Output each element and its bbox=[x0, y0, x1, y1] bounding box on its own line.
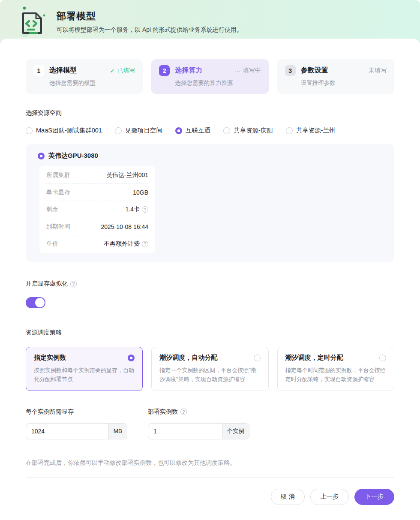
step-2-title: 选择算力 bbox=[175, 66, 202, 75]
memory-input-group: MB bbox=[26, 423, 127, 439]
check-icon: ✓ bbox=[110, 67, 115, 74]
strategy-title: 潮汐调度，定时分配 bbox=[285, 354, 343, 362]
step-1-number: 1 bbox=[33, 65, 44, 76]
gpu-row-expiry: 到期时间 2025-10-08 16:44 bbox=[46, 218, 148, 235]
step-1-title: 选择模型 bbox=[49, 66, 77, 75]
memory-unit: MB bbox=[108, 424, 127, 439]
strategy-card-tidal-scheduled[interactable]: 潮汐调度，定时分配 指定每个时间范围的实例数，平台会按照定时分配策略，实现自动资… bbox=[277, 347, 394, 391]
ellipsis-icon: ⋯ bbox=[235, 67, 241, 74]
radio-icon[interactable] bbox=[26, 127, 33, 134]
radio-icon-selected[interactable] bbox=[38, 153, 45, 159]
cancel-button[interactable]: 取 消 bbox=[271, 489, 305, 505]
radio-icon[interactable] bbox=[115, 127, 122, 134]
radio-icon[interactable] bbox=[379, 355, 386, 361]
page-subtitle: 可以将模型部署为一个服务，以 Api 的形式提供给业务系统进行使用。 bbox=[57, 26, 243, 34]
instances-input-block: 部署实例数 ? 个实例 bbox=[148, 408, 249, 439]
deploy-note: 在部署完成后，你依然可以手动修改部署实例数，也可以修改为其他调度策略。 bbox=[26, 459, 394, 467]
step-3-parameters[interactable]: 3 参数设置 未填写 设置推理参数 bbox=[277, 59, 394, 94]
next-step-button[interactable]: 下一步 bbox=[354, 489, 395, 505]
strategy-desc: 指定一个实例数的区间，平台会按照"潮汐调度"策略，实现自动资源扩缩容 bbox=[159, 366, 260, 384]
radio-icon[interactable] bbox=[223, 127, 230, 134]
step-3-status: 未填写 bbox=[369, 67, 387, 75]
gpu-row-memory: 单卡显存 10GB bbox=[46, 184, 148, 201]
deploy-inputs: 每个实例所需显存 MB 部署实例数 ? 个实例 bbox=[26, 408, 394, 439]
resource-space-label: 选择资源空间 bbox=[26, 109, 394, 117]
gpu-card-header[interactable]: 英伟达GPU-3080 bbox=[33, 152, 387, 160]
virtualization-toggle[interactable] bbox=[26, 297, 45, 308]
memory-input-block: 每个实例所需显存 MB bbox=[26, 408, 127, 439]
help-icon[interactable]: ? bbox=[142, 206, 148, 213]
toggle-knob bbox=[35, 298, 45, 307]
gpu-resource-card: 英伟达GPU-3080 所属集群 英伟达-兰州001 单卡显存 10GB 剩余 … bbox=[26, 144, 394, 262]
prev-step-button[interactable]: 上一步 bbox=[310, 489, 349, 505]
strategy-desc: 指定每个时间范围的实例数，平台会按照定时分配策略，实现自动资源扩缩容 bbox=[285, 366, 386, 384]
header-text: 部署模型 可以将模型部署为一个服务，以 Api 的形式提供给业务系统进行使用。 bbox=[57, 10, 243, 34]
radio-interconnect[interactable]: 互联互通 bbox=[175, 126, 210, 135]
step-1-select-model[interactable]: 1 选择模型 ✓ 已填写 选择您需要的模型 bbox=[26, 59, 143, 94]
radio-icon[interactable] bbox=[286, 127, 293, 134]
gpu-row-cluster: 所属集群 英伟达-兰州001 bbox=[46, 167, 148, 184]
strategy-card-fixed-instances[interactable]: 指定实例数 按照实例数和每个实例需要的显存，自动化分配部署节点 bbox=[26, 347, 143, 391]
step-3-number: 3 bbox=[285, 65, 296, 76]
content-panel: 1 选择模型 ✓ 已填写 选择您需要的模型 2 选择算力 ⋯ 填写中 bbox=[0, 39, 420, 505]
strategy-desc: 按照实例数和每个实例需要的显存，自动化分配部署节点 bbox=[34, 366, 135, 384]
instances-input-group: 个实例 bbox=[148, 423, 249, 439]
step-2-number: 2 bbox=[159, 65, 170, 76]
radio-maas-cluster[interactable]: MaaS团队-测试集群001 bbox=[26, 126, 102, 135]
resource-space-options: MaaS团队-测试集群001 见微项目空间 互联互通 共享资源-庆阳 共享资源-… bbox=[26, 126, 394, 135]
step-3-title: 参数设置 bbox=[301, 66, 328, 75]
strategy-cards: 指定实例数 按照实例数和每个实例需要的显存，自动化分配部署节点 潮汐调度，自动分… bbox=[26, 347, 394, 391]
step-2-select-compute[interactable]: 2 选择算力 ⋯ 填写中 选择您需要的算力资源 bbox=[151, 59, 268, 94]
instances-unit: 个实例 bbox=[222, 424, 249, 439]
step-2-desc: 选择您需要的算力资源 bbox=[175, 79, 261, 87]
strategy-title: 指定实例数 bbox=[34, 354, 66, 362]
step-2-status: ⋯ 填写中 bbox=[235, 67, 261, 75]
instances-label: 部署实例数 bbox=[148, 408, 178, 416]
step-indicator: 1 选择模型 ✓ 已填写 选择您需要的模型 2 选择算力 ⋯ 填写中 bbox=[26, 59, 394, 94]
radio-icon-selected[interactable] bbox=[128, 355, 135, 361]
gpu-row-price: 单价 不再额外计费 ? bbox=[46, 235, 148, 252]
virtualization-label: 开启显存虚拟化 bbox=[26, 280, 68, 288]
gpu-name: 英伟达GPU-3080 bbox=[48, 152, 98, 160]
radio-shared-lanzhou[interactable]: 共享资源-兰州 bbox=[286, 126, 336, 135]
help-icon[interactable]: ? bbox=[180, 409, 187, 415]
help-icon[interactable]: ? bbox=[70, 281, 77, 287]
footer-divider bbox=[26, 477, 394, 478]
step-1-desc: 选择您需要的模型 bbox=[49, 79, 135, 87]
virtualization-label-row: 开启显存虚拟化 ? bbox=[26, 280, 394, 288]
deploy-model-page: 部署模型 可以将模型部署为一个服务，以 Api 的形式提供给业务系统进行使用。 … bbox=[0, 0, 420, 520]
instances-input[interactable] bbox=[148, 424, 222, 439]
gpu-row-remaining: 剩余 1.4卡 ? bbox=[46, 201, 148, 218]
memory-input[interactable] bbox=[26, 424, 108, 439]
instances-label-row: 部署实例数 ? bbox=[148, 408, 249, 416]
radio-jianwei-space[interactable]: 见微项目空间 bbox=[115, 126, 162, 135]
strategy-title: 潮汐调度，自动分配 bbox=[159, 354, 217, 362]
page-title: 部署模型 bbox=[57, 10, 243, 23]
footer-actions: 取 消 上一步 下一步 bbox=[26, 489, 394, 505]
gpu-detail-table: 所属集群 英伟达-兰州001 单卡显存 10GB 剩余 1.4卡 ? 到期时间 bbox=[39, 166, 155, 253]
help-icon[interactable]: ? bbox=[142, 241, 148, 247]
step-3-desc: 设置推理参数 bbox=[301, 79, 387, 87]
radio-shared-qingyang[interactable]: 共享资源-庆阳 bbox=[223, 126, 273, 135]
deploy-model-icon bbox=[17, 5, 49, 39]
step-1-status: ✓ 已填写 bbox=[110, 67, 135, 75]
radio-icon-selected[interactable] bbox=[175, 127, 182, 134]
memory-label: 每个实例所需显存 bbox=[26, 408, 127, 416]
strategy-card-tidal-auto[interactable]: 潮汐调度，自动分配 指定一个实例数的区间，平台会按照"潮汐调度"策略，实现自动资… bbox=[151, 347, 268, 391]
strategy-label: 资源调度策略 bbox=[26, 329, 394, 337]
page-header: 部署模型 可以将模型部署为一个服务，以 Api 的形式提供给业务系统进行使用。 bbox=[0, 0, 420, 44]
radio-icon[interactable] bbox=[254, 355, 261, 361]
